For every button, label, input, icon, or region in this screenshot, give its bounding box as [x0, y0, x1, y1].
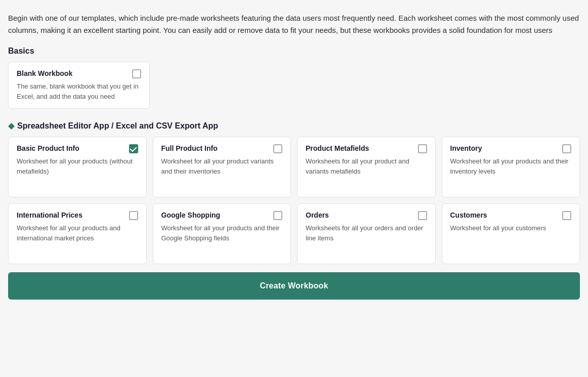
page-container: Begin with one of our templates, which i… — [0, 0, 588, 300]
international-prices-checkbox[interactable] — [129, 211, 139, 221]
international-prices-card[interactable]: International Prices Worksheet for all y… — [8, 203, 147, 264]
blank-workbook-checkbox[interactable] — [132, 69, 142, 79]
basics-grid: Blank Workbook The same, blank workbook … — [8, 62, 580, 109]
checkbox-unchecked-icon — [418, 144, 427, 153]
orders-card[interactable]: Orders Worksheets for all your orders an… — [297, 203, 436, 264]
checkbox-unchecked-icon — [273, 144, 282, 153]
google-shopping-card[interactable]: Google Shopping Worksheet for all your p… — [153, 203, 291, 264]
product-metafields-desc: Worksheets for all your product and vari… — [306, 156, 427, 176]
checkbox-unchecked-icon — [129, 211, 138, 220]
checkbox-unchecked-icon — [562, 211, 571, 220]
app-section-title: ◆ Spreadsheet Editor App / Excel and CSV… — [8, 121, 580, 131]
orders-desc: Worksheets for all your orders and order… — [306, 223, 427, 243]
orders-title: Orders — [306, 211, 427, 219]
google-shopping-title: Google Shopping — [161, 211, 283, 219]
orders-checkbox[interactable] — [418, 211, 428, 221]
international-prices-desc: Worksheet for all your products and inte… — [17, 223, 138, 243]
basic-product-info-checkbox[interactable] — [129, 144, 139, 154]
diamond-icon: ◆ — [8, 121, 14, 131]
customers-title: Customers — [450, 211, 572, 219]
create-btn-bar: Create Workbook — [8, 272, 580, 300]
product-metafields-title: Product Metafields — [306, 144, 427, 152]
full-product-info-checkbox[interactable] — [273, 144, 283, 154]
customers-card[interactable]: Customers Worksheet for all your custome… — [442, 203, 580, 264]
inventory-desc: Worksheet for all your products and thei… — [450, 156, 572, 176]
app-section-label: Spreadsheet Editor App / Excel and CSV E… — [17, 121, 218, 131]
customers-desc: Worksheet for all your customers — [450, 223, 572, 233]
product-metafields-checkbox[interactable] — [418, 144, 428, 154]
full-product-info-desc: Worksheet for all your product variants … — [161, 156, 283, 176]
blank-workbook-card[interactable]: Blank Workbook The same, blank workbook … — [8, 62, 150, 109]
intro-text: Begin with one of our templates, which i… — [8, 12, 580, 36]
inventory-checkbox[interactable] — [562, 144, 572, 154]
international-prices-title: International Prices — [17, 211, 138, 219]
checkbox-unchecked-icon — [273, 211, 282, 220]
create-workbook-button[interactable]: Create Workbook — [8, 272, 580, 300]
customers-checkbox[interactable] — [562, 211, 572, 221]
checkbox-unchecked-icon — [562, 144, 571, 153]
basics-section-title: Basics — [8, 47, 580, 56]
blank-workbook-title: Blank Workbook — [17, 69, 141, 77]
templates-grid: Basic Product Info Worksheet for all you… — [8, 137, 580, 264]
inventory-card[interactable]: Inventory Worksheet for all your product… — [442, 137, 580, 197]
google-shopping-checkbox[interactable] — [273, 211, 283, 221]
basic-product-info-title: Basic Product Info — [17, 144, 138, 152]
checkbox-checked-icon — [129, 144, 138, 153]
full-product-info-title: Full Product Info — [161, 144, 283, 152]
basic-product-info-desc: Worksheet for all your products (without… — [17, 156, 138, 176]
blank-workbook-desc: The same, blank workbook that you get in… — [17, 81, 141, 101]
full-product-info-card[interactable]: Full Product Info Worksheet for all your… — [153, 137, 291, 197]
product-metafields-card[interactable]: Product Metafields Worksheets for all yo… — [297, 137, 436, 197]
inventory-title: Inventory — [450, 144, 572, 152]
checkbox-unchecked-icon — [418, 211, 427, 220]
basic-product-info-card[interactable]: Basic Product Info Worksheet for all you… — [8, 137, 147, 197]
checkbox-unchecked-icon — [132, 69, 141, 78]
google-shopping-desc: Worksheet for all your products and thei… — [161, 223, 283, 243]
